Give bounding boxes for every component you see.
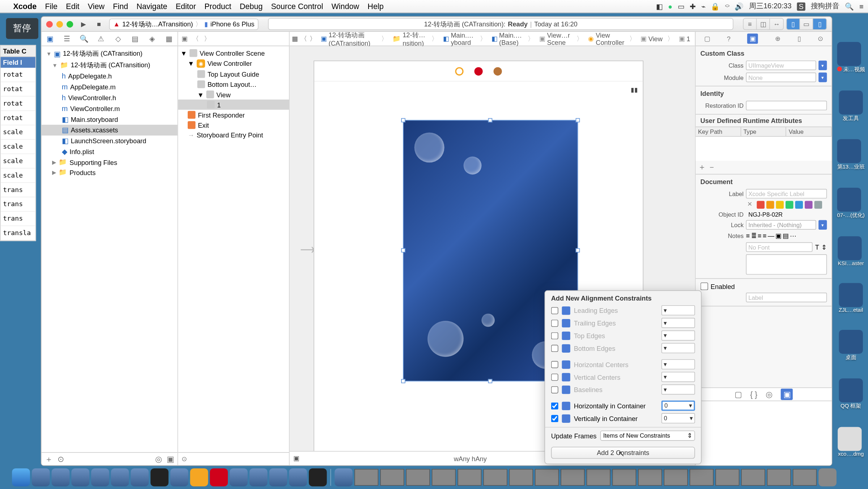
constraint-value[interactable]: ▾ <box>661 331 695 341</box>
outline-filter-icon[interactable]: ⊙ <box>182 455 187 463</box>
outline-item[interactable]: Top Layout Guide <box>178 69 289 79</box>
editor-assistant-button[interactable]: ◫ <box>757 18 770 29</box>
acc-label-field[interactable]: Label <box>746 293 827 302</box>
outline-viewcontroller[interactable]: ▼◉View Controller <box>178 58 289 69</box>
dock-minimized-window[interactable] <box>535 469 559 486</box>
dock-minimized-window[interactable] <box>793 469 817 486</box>
related-items-icon[interactable]: ▦ <box>292 35 298 43</box>
dock-minimized-window[interactable] <box>354 469 378 486</box>
editor-standard-button[interactable]: ≡ <box>744 18 757 29</box>
tree-group[interactable]: ▼📁12-转场动画 (CATransition) <box>41 59 177 71</box>
outline-item[interactable]: First Responder <box>178 110 289 120</box>
label-field[interactable]: Xcode Specific Label <box>746 189 827 199</box>
remove-attr-button[interactable]: － <box>708 162 716 171</box>
project-navigator-tab[interactable]: ▣ <box>41 34 58 43</box>
stepper-icon[interactable]: ⇕ <box>821 243 827 251</box>
report-navigator-tab[interactable]: ▦ <box>161 34 178 43</box>
run-button[interactable]: ▶ <box>78 18 89 29</box>
outline-item[interactable]: Exit <box>178 120 289 130</box>
outline-fwd-icon[interactable]: 〉 <box>204 34 210 43</box>
menu-debug[interactable]: Debug <box>240 2 263 11</box>
dock-minimized-window[interactable] <box>458 469 481 486</box>
dock-app[interactable] <box>289 468 307 486</box>
toggle-navigator-button[interactable]: ▯ <box>787 18 800 29</box>
toggle-debug-button[interactable]: ▭ <box>800 18 813 29</box>
constraint-value[interactable]: ▾ <box>661 318 695 328</box>
menu-product[interactable]: Product <box>204 2 231 11</box>
menu-help[interactable]: Help <box>367 2 383 11</box>
dock-minimized-window[interactable] <box>483 469 507 486</box>
app-name[interactable]: Xcode <box>13 2 37 11</box>
exit-icon[interactable] <box>494 67 502 75</box>
desktop-folder-icon[interactable] <box>837 42 861 66</box>
breakpoint-navigator-tab[interactable]: ◈ <box>144 34 161 43</box>
dock-app[interactable] <box>230 468 248 486</box>
dock-app[interactable] <box>91 468 109 486</box>
search-icon[interactable]: 🔍 <box>845 2 854 10</box>
jump-bar[interactable]: ▦ 〈 〉 ▣12-转场动画 (CATransition)〉 📁12-转…nsi… <box>290 32 695 46</box>
constraint-value[interactable]: ▾ <box>661 305 695 315</box>
stop-button[interactable]: ■ <box>94 18 105 29</box>
scope-button[interactable]: ▣ <box>167 455 174 464</box>
desktop-folder-icon[interactable] <box>838 236 862 260</box>
constraint-value[interactable]: ▾ <box>661 384 695 395</box>
constraint-checkbox[interactable] <box>551 319 558 327</box>
menu-find[interactable]: Find <box>113 2 128 11</box>
notes-fmt-icon[interactable]: ≣ <box>751 232 757 240</box>
module-field[interactable]: None <box>746 73 816 82</box>
constraint-checkbox[interactable] <box>551 345 558 352</box>
constraint-checkbox[interactable] <box>551 361 558 368</box>
constraint-checkbox[interactable] <box>551 402 558 409</box>
notes-fmt-icon[interactable]: ▤ <box>783 232 789 240</box>
notes-fmt-icon[interactable]: ≡ <box>746 232 750 240</box>
outline-item[interactable]: Bottom Layout… <box>178 79 289 89</box>
help-inspector-tab[interactable]: ? <box>727 35 731 42</box>
symbol-navigator-tab[interactable]: ☰ <box>58 34 75 43</box>
constraint-row[interactable]: Horizontally in Container0▾ <box>545 399 701 412</box>
dock-app[interactable] <box>71 468 89 486</box>
constraint-row[interactable]: Trailing Edges▾ <box>545 316 701 329</box>
dropdown-icon[interactable]: ▾ <box>818 73 827 82</box>
notes-fmt-icon[interactable]: ≡ <box>763 232 767 240</box>
dock-trash-icon[interactable] <box>818 468 837 486</box>
ime-icon[interactable]: S <box>797 2 805 10</box>
dock-app-finder[interactable] <box>12 468 30 486</box>
add-attr-button[interactable]: ＋ <box>698 162 706 171</box>
lock-select[interactable]: Inherited - (Nothing) <box>746 220 816 230</box>
dock-app-terminal[interactable] <box>150 468 169 486</box>
dock-app-safari[interactable] <box>52 468 70 486</box>
constraint-row[interactable]: Horizontal Centers▾ <box>545 358 701 371</box>
add-constraints-button[interactable]: Add 2 Constraints ↖ <box>551 447 695 459</box>
accessibility-enabled-checkbox[interactable] <box>701 282 709 290</box>
constraint-checkbox[interactable] <box>551 415 558 422</box>
constraint-row[interactable]: Top Edges▾ <box>545 329 701 342</box>
dock-minimized-window[interactable] <box>690 469 714 486</box>
scheme-selector[interactable]: ▲ 12-转场动…ATransition) 〉 ▮ iPhone 6s Plus <box>109 18 259 30</box>
attributes-inspector-tab[interactable]: ⊕ <box>775 35 780 43</box>
notes-fmt-icon[interactable]: — <box>768 232 774 240</box>
close-window-button[interactable] <box>46 21 53 27</box>
filter-button[interactable]: ⊙ <box>58 455 64 464</box>
menubar-icon[interactable]: ● <box>668 2 672 10</box>
constraint-checkbox[interactable] <box>551 332 558 339</box>
fwd-icon[interactable]: 〉 <box>310 34 316 43</box>
toggle-outline-icon[interactable]: ▣ <box>293 455 299 463</box>
constraint-value[interactable]: 0▾ <box>661 413 695 423</box>
zoom-window-button[interactable] <box>67 21 73 27</box>
menubar-icon[interactable]: ▭ <box>678 2 684 10</box>
size-inspector-tab[interactable]: ▯ <box>797 35 801 43</box>
constraint-value[interactable]: ▾ <box>661 359 695 369</box>
minimize-window-button[interactable] <box>56 21 63 27</box>
tree-file[interactable]: ◧Main.storyboard <box>41 114 177 125</box>
font-picker-icon[interactable]: T <box>815 243 819 251</box>
volume-icon[interactable]: 🔊 <box>735 2 744 10</box>
desktop-file-icon[interactable] <box>838 427 862 451</box>
tree-file[interactable]: ◆Info.plist <box>41 146 177 157</box>
update-frames-select[interactable]: Items of New Constraints⇕ <box>600 430 695 441</box>
outline-item-selected[interactable]: 1 <box>178 99 289 110</box>
dock-app-sketch[interactable] <box>190 468 208 486</box>
dock-minimized-window[interactable] <box>767 469 791 486</box>
back-icon[interactable]: 〈 <box>301 34 307 43</box>
tree-file[interactable]: mAppDelegate.m <box>41 81 177 92</box>
menu-edit[interactable]: Edit <box>66 2 79 11</box>
